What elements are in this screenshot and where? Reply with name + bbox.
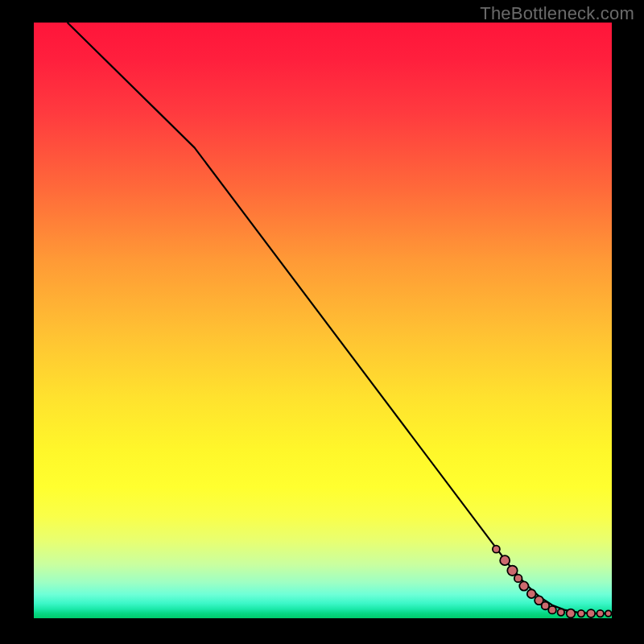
chart-marker [578, 610, 585, 617]
chart-marker [519, 581, 528, 590]
chart-marker [507, 566, 517, 576]
chart-marker [527, 589, 536, 598]
chart-marker [597, 610, 604, 617]
chart-marker [493, 546, 500, 553]
chart-marker [605, 610, 612, 617]
chart-plot-area [34, 23, 612, 618]
chart-marker-group [493, 546, 612, 618]
chart-marker [500, 555, 510, 565]
chart-marker [548, 606, 556, 614]
chart-marker [558, 609, 565, 616]
chart-marker [587, 609, 595, 617]
chart-marker [567, 609, 576, 618]
watermark-text: TheBottleneck.com [480, 3, 634, 24]
chart-frame: TheBottleneck.com [0, 0, 644, 644]
chart-svg [34, 23, 612, 618]
chart-marker [514, 575, 522, 583]
chart-main-curve [68, 23, 612, 613]
